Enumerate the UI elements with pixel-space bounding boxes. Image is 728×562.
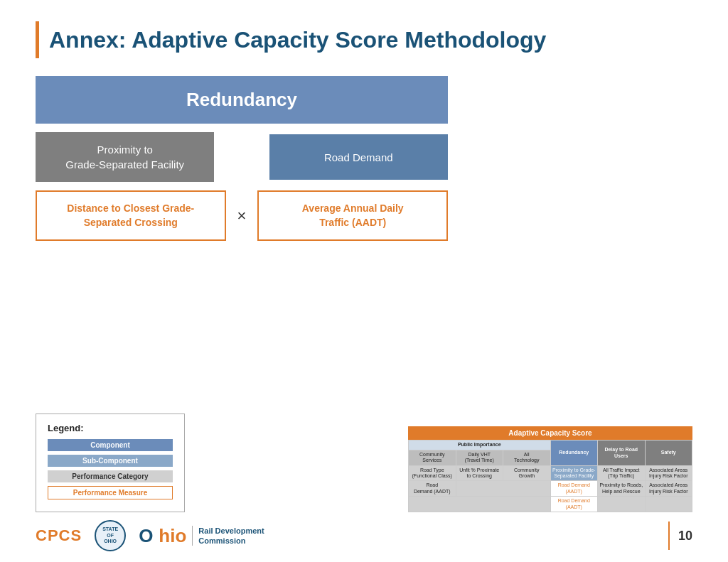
bottom-area: Legend: Component Sub-Component Performa…	[36, 414, 692, 512]
rdc-text: Rail Development Commission	[192, 526, 264, 546]
legend-item-component: Component	[48, 439, 173, 451]
subcomp-row: Proximity toGrade-Separated Facility Roa…	[36, 132, 448, 182]
proximity-subcomp-label: Proximity toGrade-Separated Facility	[65, 142, 184, 172]
acs-cell-road-demand-aadt: Road Demand (AADT)	[550, 481, 598, 497]
perf-measure-2-label: Average Annual DailyTraffic (AADT)	[302, 202, 404, 229]
acs-cell-all-traffic: All Traffic Impact(Trip Traffic)	[598, 465, 646, 481]
ohio-logo: O hio Rail Development Commission	[139, 525, 264, 547]
rdc-line2: Commission	[198, 536, 245, 545]
road-demand-subcomp-box: Road Demand	[269, 134, 448, 180]
acs-row-3: Road Type(Functional Class) Unfit % Prox…	[409, 465, 692, 481]
dot-seal: STATEOFOHIO	[95, 520, 126, 551]
footer-divider	[668, 522, 670, 550]
footer-logos: CPCS STATEOFOHIO O hio Rail Development …	[36, 520, 264, 551]
acs-cell-assoc-areas: Associated AreasInjury Risk Factor	[645, 465, 692, 481]
acs-delay-header: Delay to Road Users	[598, 441, 646, 465]
page: Annex: Adaptive Capacity Score Methodolo…	[0, 0, 728, 562]
acs-cell-assoc-areas-2: Associated AreasInjury Risk Factor	[645, 481, 692, 497]
diagram-area: Redundancy Proximity toGrade-Separated F…	[36, 76, 448, 241]
acs-cell-proximity-roads: Proximity to Roads,Help and Rescue	[598, 481, 646, 497]
road-demand-subcomp-label: Road Demand	[324, 150, 393, 165]
legend-item-perf-meas: Performance Measure	[48, 486, 173, 499]
legend-perf-cat-label: Performance Category	[48, 470, 173, 482]
acs-cell-empty-4	[645, 497, 692, 512]
acs-row-1: Public Importance Redundancy Delay to Ro…	[409, 441, 692, 450]
acs-cell-technology: AllTechnology	[503, 450, 551, 465]
acs-chart: Adaptive Capacity Score Public Importanc…	[408, 426, 692, 512]
page-title: Annex: Adaptive Capacity Score Methodolo…	[49, 27, 546, 53]
acs-row-5: Road Demand (AADT)	[409, 497, 692, 512]
acs-cell-road-demand-aadt-2: Road Demand (AADT)	[550, 497, 598, 512]
acs-table: Public Importance Redundancy Delay to Ro…	[408, 440, 692, 512]
acs-cell-unfit: Unfit % Proximateto Crossing	[456, 465, 503, 481]
redundancy-box: Redundancy	[36, 76, 448, 124]
acs-cell-empty	[456, 481, 550, 497]
proximity-subcomp-box: Proximity toGrade-Separated Facility	[36, 132, 214, 182]
page-number: 10	[678, 529, 692, 544]
ohio-text: hio	[159, 525, 186, 547]
perf-measure-1-box: Distance to Closest Grade-Separated Cros…	[36, 190, 226, 241]
title-accent	[36, 21, 39, 58]
legend-perf-meas-label: Performance Measure	[48, 486, 173, 499]
cpcs-logo: CPCS	[36, 526, 82, 545]
footer-right: 10	[668, 522, 692, 550]
title-bar: Annex: Adaptive Capacity Score Methodolo…	[36, 21, 692, 58]
acs-cell-empty-2	[409, 497, 551, 512]
perf-measure-1-label: Distance to Closest Grade-Separated Cros…	[67, 202, 194, 229]
legend-item-perf-cat: Performance Category	[48, 470, 173, 482]
acs-cell-road-demand-aadt-left: RoadDemand (AADT)	[409, 481, 456, 497]
perf-measure-2-box: Average Annual DailyTraffic (AADT)	[257, 190, 448, 241]
acs-cell-comm-growth: CommunityGrowth	[503, 465, 551, 481]
legend-box: Legend: Component Sub-Component Performa…	[36, 414, 185, 512]
ohio-o-letter: O	[139, 525, 153, 547]
dot-seal-text: STATEOFOHIO	[102, 526, 118, 544]
acs-cell-road-type: Road Type(Functional Class)	[409, 465, 456, 481]
legend-title: Legend:	[48, 423, 173, 433]
legend-subcomponent-label: Sub-Component	[48, 455, 173, 467]
acs-public-imp-header: Public Importance	[409, 441, 551, 450]
legend-item-subcomponent: Sub-Component	[48, 455, 173, 467]
acs-cell-comm-services: CommunityServices	[409, 450, 456, 465]
acs-row-4: RoadDemand (AADT) Road Demand (AADT) Pro…	[409, 481, 692, 497]
acs-safety-header: Safety	[645, 441, 692, 465]
acs-redundancy-header: Redundancy	[550, 441, 598, 465]
acs-chart-header: Adaptive Capacity Score	[408, 426, 692, 440]
multiply-sign: ×	[237, 207, 247, 225]
acs-cell-proximity-grade: Proximity to Grade-Separated Facility	[550, 465, 598, 481]
perf-row: Distance to Closest Grade-Separated Cros…	[36, 190, 448, 241]
rdc-line1: Rail Development	[198, 526, 264, 535]
footer: CPCS STATEOFOHIO O hio Rail Development …	[0, 520, 728, 551]
acs-cell-daily-vht: Daily VHT(Travel Time)	[456, 450, 503, 465]
legend-component-label: Component	[48, 439, 173, 451]
acs-cell-empty-3	[598, 497, 646, 512]
